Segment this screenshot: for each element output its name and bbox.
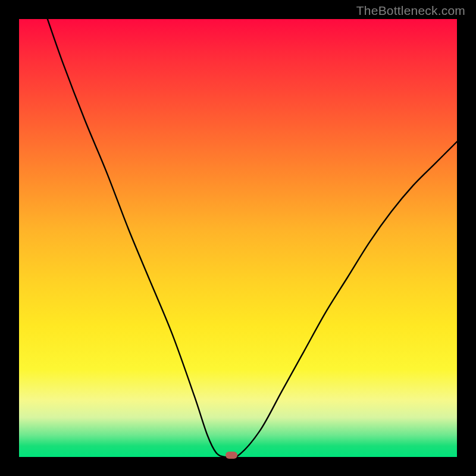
optimal-point-marker [226, 452, 237, 459]
watermark-text: TheBottleneck.com [356, 4, 465, 18]
chart-frame: TheBottleneck.com [0, 0, 476, 476]
bottleneck-curve [19, 19, 457, 457]
